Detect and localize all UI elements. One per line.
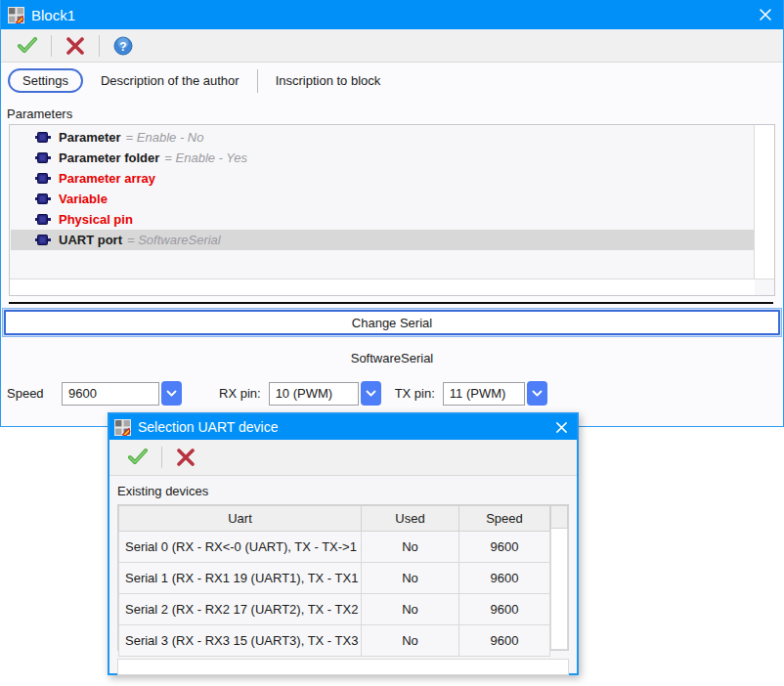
uart-table-header-row: Uart Used Speed bbox=[119, 506, 550, 532]
dialog-cancel-button[interactable] bbox=[173, 445, 198, 470]
main-toolbar: ? bbox=[1, 29, 783, 63]
x-icon bbox=[65, 37, 85, 55]
uart-cell: Serial 1 (RX - RX1 19 (UART1), TX - TX1 … bbox=[119, 563, 362, 594]
rx-pin-dropdown-button[interactable] bbox=[361, 381, 381, 406]
window-title: Block1 bbox=[31, 7, 749, 23]
table-scrollbar-corner bbox=[550, 505, 568, 529]
dialog-toolbar bbox=[109, 440, 577, 476]
section-divider bbox=[9, 302, 773, 304]
table-row-serial1[interactable]: Serial 1 (RX - RX1 19 (UART1), TX - TX1 … bbox=[119, 563, 550, 594]
toolbar-separator bbox=[51, 35, 52, 57]
used-cell: No bbox=[362, 625, 459, 657]
toolbar-separator bbox=[161, 447, 162, 468]
used-column-header: Used bbox=[362, 506, 459, 532]
change-serial-button[interactable]: Change Serial bbox=[2, 308, 782, 337]
list-horizontal-scrollbar[interactable] bbox=[10, 279, 755, 295]
parameters-rows: Parameter = Enable - No Parameter folder… bbox=[11, 127, 754, 250]
table-vertical-scrollbar[interactable] bbox=[550, 529, 568, 650]
tab-settings[interactable]: Settings bbox=[8, 68, 83, 93]
existing-devices-label: Existing devices bbox=[109, 476, 577, 504]
tab-description-of-author[interactable]: Description of the author bbox=[89, 69, 251, 92]
tx-pin-label: TX pin: bbox=[395, 386, 435, 401]
list-item-label: Physical pin bbox=[59, 212, 133, 227]
list-item-physical-pin[interactable]: Physical pin bbox=[11, 209, 754, 230]
help-button[interactable]: ? bbox=[110, 33, 136, 59]
table-row-serial3[interactable]: Serial 3 (RX - RX3 15 (UART3), TX - TX3 … bbox=[119, 625, 550, 657]
app-icon bbox=[8, 7, 24, 23]
desktop-canvas: Block1 bbox=[0, 0, 784, 686]
speed-dropdown-button[interactable] bbox=[161, 381, 182, 406]
list-vertical-scrollbar[interactable] bbox=[754, 125, 774, 279]
parameters-label: Parameters bbox=[7, 107, 783, 121]
tx-pin-dropdown-button[interactable] bbox=[527, 381, 547, 406]
tx-pin-combobox: 11 (PWM) bbox=[443, 381, 547, 406]
used-cell: No bbox=[362, 532, 459, 563]
speed-cell: 9600 bbox=[459, 532, 550, 563]
dialog-titlebar[interactable]: Selection UART device bbox=[109, 414, 577, 440]
speed-cell: 9600 bbox=[459, 563, 550, 594]
dialog-confirm-button[interactable] bbox=[125, 445, 151, 470]
rx-pin-combobox: 10 (PWM) bbox=[269, 381, 381, 406]
list-item-variable[interactable]: Variable bbox=[11, 189, 754, 209]
chevron-down-icon bbox=[366, 390, 376, 398]
confirm-button[interactable] bbox=[15, 33, 40, 59]
main-titlebar[interactable]: Block1 bbox=[1, 0, 783, 29]
check-icon bbox=[17, 37, 38, 55]
main-window: Block1 bbox=[0, 0, 784, 427]
dialog-close-button[interactable] bbox=[546, 414, 576, 440]
block-icon bbox=[35, 152, 51, 163]
list-item-parameter[interactable]: Parameter = Enable - No bbox=[11, 127, 754, 148]
uart-table-region: Uart Used Speed Serial 0 (RX - RX<-0 (UA… bbox=[117, 504, 569, 651]
uart-cell: Serial 2 (RX - RX2 17 (UART2), TX - TX2 … bbox=[119, 594, 362, 625]
speed-combobox: 9600 bbox=[62, 381, 182, 406]
table-row-serial0[interactable]: Serial 0 (RX - RX<-0 (UART), TX - TX->1 … bbox=[119, 532, 550, 563]
close-button[interactable] bbox=[749, 0, 782, 29]
used-cell: No bbox=[362, 563, 459, 594]
list-item-label: Parameter bbox=[59, 130, 121, 145]
speed-label: Speed bbox=[7, 386, 54, 401]
rx-pin-label: RX pin: bbox=[219, 386, 261, 401]
dialog-title: Selection UART device bbox=[138, 419, 546, 435]
list-item-label: Parameter folder bbox=[59, 150, 159, 165]
list-item-parameter-array[interactable]: Parameter array bbox=[11, 168, 754, 189]
close-icon bbox=[759, 8, 772, 21]
list-item-value: = SoftwareSerial bbox=[127, 233, 221, 247]
list-item-label: Variable bbox=[59, 192, 108, 206]
list-item-label: UART port bbox=[59, 233, 122, 247]
app-icon bbox=[114, 419, 131, 436]
tab-bar: Settings Description of the author Inscr… bbox=[1, 63, 783, 99]
uart-cell: Serial 0 (RX - RX<-0 (UART), TX - TX->1 … bbox=[119, 532, 362, 563]
change-serial-button-label: Change Serial bbox=[352, 316, 432, 330]
list-item-value: = Enable - Yes bbox=[164, 150, 247, 165]
svg-text:?: ? bbox=[119, 39, 126, 53]
uart-cell: Serial 3 (RX - RX3 15 (UART3), TX - TX3 … bbox=[119, 625, 362, 657]
x-icon bbox=[176, 449, 196, 466]
block-icon bbox=[35, 173, 51, 184]
list-item-label: Parameter array bbox=[59, 171, 155, 186]
table-row-serial2[interactable]: Serial 2 (RX - RX2 17 (UART2), TX - TX2 … bbox=[119, 594, 550, 625]
close-icon bbox=[555, 421, 568, 434]
help-icon: ? bbox=[113, 36, 133, 56]
list-item-parameter-folder[interactable]: Parameter folder = Enable - Yes bbox=[11, 148, 754, 168]
list-item-uart-port[interactable]: UART port = SoftwareSerial bbox=[11, 230, 754, 250]
chevron-down-icon bbox=[532, 390, 543, 398]
serial-type-label: SoftwareSerial bbox=[1, 351, 783, 365]
tab-separator bbox=[257, 69, 258, 93]
list-item-value: = Enable - No bbox=[126, 130, 204, 145]
cancel-button[interactable] bbox=[63, 33, 88, 59]
table-horizontal-scrollbar[interactable] bbox=[117, 659, 569, 675]
uart-selection-dialog: Selection UART device Existing d bbox=[108, 412, 579, 675]
uart-column-header: Uart bbox=[119, 506, 362, 532]
parameters-list: Parameter = Enable - No Parameter folder… bbox=[9, 124, 775, 296]
speed-cell: 9600 bbox=[459, 625, 550, 657]
rx-pin-value-field[interactable]: 10 (PWM) bbox=[269, 382, 359, 406]
chevron-down-icon bbox=[166, 390, 177, 398]
speed-value-field[interactable]: 9600 bbox=[62, 382, 159, 406]
tx-pin-value-field[interactable]: 11 (PWM) bbox=[443, 382, 525, 406]
speed-column-header: Speed bbox=[459, 506, 550, 532]
block-icon bbox=[35, 193, 51, 204]
uart-table: Uart Used Speed Serial 0 (RX - RX<-0 (UA… bbox=[118, 505, 550, 657]
tab-inscription-to-block[interactable]: Inscription to block bbox=[264, 69, 393, 92]
block-icon bbox=[35, 132, 51, 143]
speed-cell: 9600 bbox=[459, 594, 550, 625]
